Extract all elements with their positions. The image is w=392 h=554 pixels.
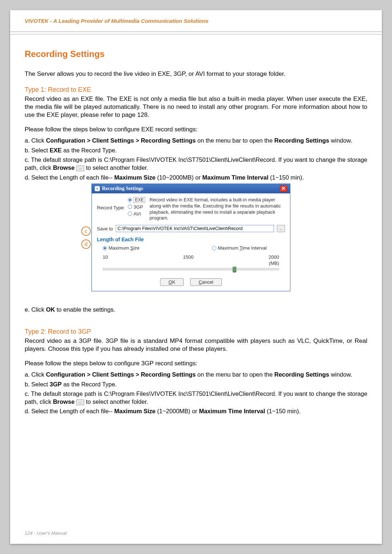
avi-option-label: AVI (134, 211, 141, 217)
type1-desc: Record video as an EXE file. The EXE is … (25, 95, 367, 119)
exe-option-label: EXE (134, 197, 145, 203)
window-name: Recording Settings (274, 371, 329, 378)
max-interval-label: Maximum Time Interval (199, 408, 265, 414)
intro-paragraph: The Server allows you to record the live… (25, 70, 367, 78)
window-name: Recording Settings (274, 137, 329, 144)
radio-exe[interactable]: EXE (128, 197, 145, 203)
text: b. Select (25, 147, 50, 153)
max-size-option: Maximum Size (109, 245, 139, 251)
radio-avi[interactable]: AVI (128, 211, 141, 217)
slider-thumb[interactable] (233, 267, 236, 272)
type2-step-b: b. Select 3GP as the Record Type. (25, 380, 367, 388)
content: Recording Settings The Server allows you… (10, 34, 382, 415)
radio-icon (103, 246, 107, 250)
dialog-body: Record Type: EXE 3GP (92, 193, 290, 291)
text: d. Select the Length of each file-- (25, 174, 114, 181)
slider-unit: (MB) (97, 260, 285, 266)
browse-label: Browse (53, 398, 75, 405)
text: a. Click (25, 137, 46, 144)
type2-step-d: d. Select the Length of each file-- Maxi… (25, 407, 367, 415)
menu-path: Configuration > Client Settings > Record… (46, 137, 196, 144)
format-description: Record video in EXE format, includes a b… (150, 197, 285, 222)
ok-button[interactable]: OK (160, 278, 184, 286)
3gp-option-label: 3GP (134, 204, 143, 210)
size-slider[interactable] (103, 268, 279, 270)
text: window. (329, 371, 352, 378)
radio-max-interval[interactable]: Maximum Time Interval (212, 245, 266, 251)
browse-button[interactable]: ... (277, 225, 285, 232)
type2-desc: Record video as a 3GP file. 3GP file is … (25, 337, 367, 353)
save-path-input[interactable] (116, 225, 274, 232)
radio-icon (128, 212, 132, 216)
browse-icon: ... (76, 399, 84, 405)
cancel-button[interactable]: Cancel (190, 278, 221, 286)
text: on the menu bar to open the (196, 137, 274, 144)
type2-heading: Type 2: Record to 3GP (25, 328, 367, 336)
marker-c: c (81, 226, 91, 236)
text: b. Select (25, 381, 50, 387)
text: d. Select the Length of each file-- (25, 408, 114, 414)
marker-d: d (81, 239, 91, 249)
recording-settings-dialog: v Recording Settings ✕ Record Type: EXE (91, 184, 290, 292)
radio-icon (128, 205, 132, 209)
option-name: EXE (50, 147, 62, 153)
text: (1~2000MB) or (155, 408, 199, 414)
type1-step-a: a. Click Configuration > Client Settings… (25, 136, 367, 144)
max-interval-label: Maximum Time Interval (202, 174, 268, 181)
type1-step-b: b. Select EXE as the Record Type. (25, 146, 367, 154)
text: to select another folder. (86, 164, 148, 171)
type1-follow: Please follow the steps below to configu… (25, 126, 367, 134)
ok-label: OK (46, 306, 55, 313)
text: (1~150 min). (269, 174, 304, 181)
max-size-label: Maximum Size (114, 408, 156, 414)
max-interval-option: Maximum Time Interval (218, 245, 266, 251)
text: a. Click (25, 371, 46, 378)
text: (1~150 min). (265, 408, 301, 414)
type2-step-c: c. The default storage path is C:\Progra… (25, 390, 367, 406)
header-band: VIVOTEK - A Leading Provider of Multimed… (10, 10, 382, 32)
type1-step-c: c. The default storage path is C:\Progra… (25, 156, 367, 172)
text: as the Record Type. (62, 381, 117, 387)
save-to-label: Save to (97, 226, 113, 231)
type1-step-e: e. Click OK to enable the settings. (25, 305, 367, 313)
type2-step-a: a. Click Configuration > Client Settings… (25, 370, 367, 378)
type2-follow: Please follow the steps below to configu… (25, 360, 367, 368)
browse-label: Browse (53, 164, 75, 171)
app-icon: v (95, 186, 100, 191)
slider-max: 2000 (269, 254, 279, 260)
type1-heading: Type 1: Record to EXE (25, 86, 367, 94)
radio-icon (212, 246, 216, 250)
text: on the menu bar to open the (196, 371, 274, 378)
header-brand: VIVOTEK - A Leading Provider of Multimed… (25, 18, 208, 24)
page-title: Recording Settings (25, 49, 367, 59)
length-section-title: Length of Each File (97, 237, 285, 242)
max-size-label: Maximum Size (114, 174, 156, 181)
text: e. Click (25, 306, 46, 313)
radio-max-size[interactable]: Maximum Size (103, 245, 139, 251)
text: to enable the settings. (55, 306, 115, 313)
text: (10~2000MB) or (155, 174, 202, 181)
slider-mid: 1500 (183, 254, 193, 260)
slider-row: 10 1500 2000 (97, 254, 285, 260)
browse-icon: ... (76, 165, 84, 171)
radio-icon (128, 198, 132, 202)
text: as the Record Type. (62, 147, 117, 153)
dialog-title: Recording Settings (102, 186, 143, 192)
page-footer: 124 - User's Manual (25, 530, 67, 536)
slider-min: 10 (103, 254, 108, 260)
close-icon[interactable]: ✕ (280, 185, 287, 192)
dialog-titlebar[interactable]: v Recording Settings ✕ (92, 184, 290, 193)
dialog-wrap: b c d v Recording Settings ✕ Record Type… (25, 184, 367, 299)
option-name: 3GP (50, 381, 62, 387)
menu-path: Configuration > Client Settings > Record… (46, 371, 196, 378)
record-type-label: Record Type: (97, 205, 125, 210)
text: window. (329, 137, 352, 144)
radio-3gp[interactable]: 3GP (128, 204, 143, 210)
page: VIVOTEK - A Leading Provider of Multimed… (10, 10, 382, 544)
text: to select another folder. (86, 398, 148, 405)
type1-step-d: d. Select the Length of each file-- Maxi… (25, 173, 367, 181)
